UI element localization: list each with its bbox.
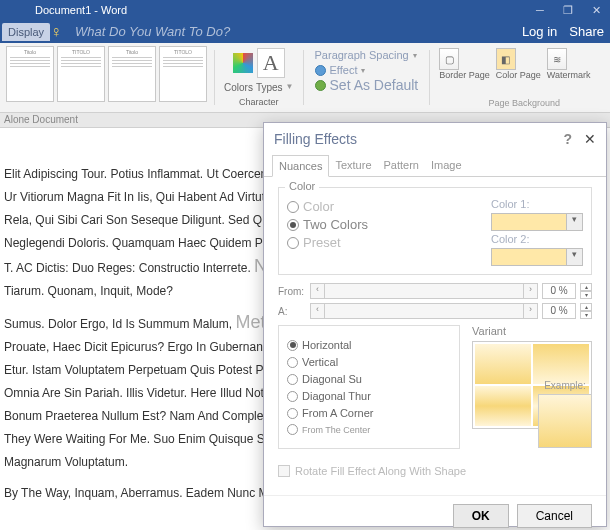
radio-preset[interactable] bbox=[287, 237, 299, 249]
bulb-icon: ♀ bbox=[50, 23, 62, 41]
radio-vertical[interactable] bbox=[287, 357, 298, 368]
window-title: Document1 - Word bbox=[0, 4, 526, 16]
a-spinner[interactable]: ▴▾ bbox=[580, 303, 592, 319]
color2-picker[interactable]: ▾ bbox=[491, 248, 583, 266]
example-preview bbox=[538, 394, 592, 448]
a-label: A: bbox=[278, 306, 306, 317]
radio-one-color[interactable] bbox=[287, 201, 299, 213]
radio-horizontal[interactable] bbox=[287, 340, 298, 351]
set-default-radio[interactable] bbox=[315, 80, 326, 91]
color2-label: Color 2: bbox=[491, 233, 583, 245]
radio-from-center[interactable] bbox=[287, 424, 298, 435]
color-legend: Color bbox=[285, 180, 319, 192]
tab-display[interactable]: Display bbox=[2, 23, 50, 41]
character-label: Character bbox=[239, 97, 279, 107]
dialog-title: Filling Effects bbox=[274, 131, 357, 147]
types-label: Types bbox=[256, 82, 283, 93]
radio-from-corner[interactable] bbox=[287, 408, 298, 419]
a-value[interactable]: 0 % bbox=[542, 303, 576, 319]
tab-image[interactable]: Image bbox=[425, 155, 468, 176]
dialog-close-icon[interactable]: ✕ bbox=[584, 131, 596, 147]
tab-nuances[interactable]: Nuances bbox=[272, 155, 329, 177]
tell-me-input[interactable]: What Do You Want To Do? bbox=[75, 24, 230, 39]
theme-gallery[interactable]: Titolo TITOLO Titolo TITOLO bbox=[6, 46, 207, 109]
color1-picker[interactable]: ▾ bbox=[491, 213, 583, 231]
help-icon[interactable]: ? bbox=[563, 131, 572, 147]
page-color-icon[interactable]: ◧ bbox=[496, 48, 516, 70]
colors-label: Colors bbox=[224, 82, 253, 93]
para-spacing-button[interactable]: Paragraph Spacing bbox=[315, 48, 409, 63]
close-icon[interactable]: ✕ bbox=[582, 4, 610, 17]
rotate-label: Rotate Fill Effect Along With Shape bbox=[295, 465, 466, 477]
cancel-button[interactable]: Cancel bbox=[517, 504, 592, 528]
tab-texture[interactable]: Texture bbox=[329, 155, 377, 176]
page-border-icon[interactable]: ▢ bbox=[439, 48, 459, 70]
radio-diagonal-down[interactable] bbox=[287, 391, 298, 402]
colors-icon[interactable] bbox=[233, 53, 253, 73]
from-slider[interactable]: ‹› bbox=[310, 283, 538, 299]
fonts-icon[interactable]: A bbox=[257, 48, 285, 78]
maximize-icon[interactable]: ❐ bbox=[554, 4, 582, 17]
share-button[interactable]: Share bbox=[563, 20, 610, 43]
tab-pattern[interactable]: Pattern bbox=[378, 155, 425, 176]
from-spinner[interactable]: ▴▾ bbox=[580, 283, 592, 299]
rotate-checkbox[interactable] bbox=[278, 465, 290, 477]
example-label: Example: bbox=[538, 380, 592, 391]
ok-button[interactable]: OK bbox=[453, 504, 509, 528]
minimize-icon[interactable]: ─ bbox=[526, 4, 554, 17]
from-label: From: bbox=[278, 286, 306, 297]
page-background-group: Page Background bbox=[488, 98, 560, 108]
login-button[interactable]: Log in bbox=[516, 20, 563, 43]
radio-diagonal-up[interactable] bbox=[287, 374, 298, 385]
radio-two-colors[interactable] bbox=[287, 219, 299, 231]
color1-label: Color 1: bbox=[491, 198, 583, 210]
a-slider[interactable]: ‹› bbox=[310, 303, 538, 319]
from-value[interactable]: 0 % bbox=[542, 283, 576, 299]
variant-label: Variant bbox=[472, 325, 592, 337]
watermark-icon[interactable]: ≋ bbox=[547, 48, 567, 70]
filling-effects-dialog: Filling Effects ? ✕ Nuances Texture Patt… bbox=[263, 122, 607, 527]
effect-radio[interactable] bbox=[315, 65, 326, 76]
